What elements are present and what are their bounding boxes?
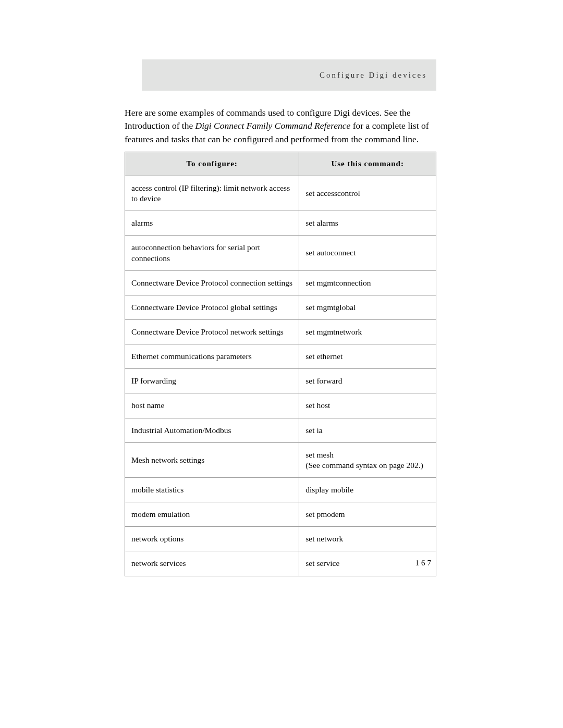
- command-table: To configure: Use this command: access c…: [125, 152, 436, 576]
- table-cell-left: alarms: [125, 211, 299, 236]
- table-cell-left: modem emulation: [125, 502, 299, 527]
- table-row: network optionsset network: [125, 527, 436, 551]
- table-cell-right: set network: [299, 527, 436, 551]
- table-cell-left: Mesh network settings: [125, 442, 299, 477]
- table-cell-right: set pmodem: [299, 502, 436, 527]
- table-cell-left: autoconnection behaviors for serial port…: [125, 236, 299, 270]
- table-cell-left: host name: [125, 393, 299, 418]
- table-cell-right: set alarms: [299, 211, 436, 236]
- table-cell-left: Connectware Device Protocol global setti…: [125, 295, 299, 319]
- table-cell-right: set mesh(See command syntax on page 202.…: [299, 442, 436, 477]
- table-cell-left: access control (IP filtering): limit net…: [125, 176, 299, 211]
- table-cell-right: set autoconnect: [299, 236, 436, 270]
- table-cell-left: mobile statistics: [125, 477, 299, 502]
- table-row: mobile statisticsdisplay mobile: [125, 477, 436, 502]
- table-row: Connectware Device Protocol global setti…: [125, 295, 436, 319]
- table-cell-right: set mgmtconnection: [299, 270, 436, 295]
- table-cell-right: set mgmtnetwork: [299, 319, 436, 344]
- table-cell-right: display mobile: [299, 477, 436, 502]
- section-header-band: Configure Digi devices: [142, 59, 436, 91]
- table-row: Mesh network settingsset mesh(See comman…: [125, 442, 436, 477]
- table-header-right: Use this command:: [299, 152, 436, 176]
- table-cell-right: set host: [299, 393, 436, 418]
- table-cell-left: Ethernet communications parameters: [125, 344, 299, 369]
- page-number: 167: [415, 559, 434, 567]
- table-cell-left: network services: [125, 551, 299, 576]
- table-row: modem emulationset pmodem: [125, 502, 436, 527]
- table-cell-left: Industrial Automation/Modbus: [125, 418, 299, 442]
- table-cell-right: set mgmtglobal: [299, 295, 436, 319]
- table-cell-right: set forward: [299, 369, 436, 393]
- table-row: alarmsset alarms: [125, 211, 436, 236]
- intro-text-italic: Digi Connect Family Command Reference: [195, 120, 351, 131]
- table-cell-left: Connectware Device Protocol connection s…: [125, 270, 299, 295]
- table-cell-right: set accesscontrol: [299, 176, 436, 211]
- intro-paragraph: Here are some examples of commands used …: [125, 106, 436, 146]
- table-row: Ethernet communications parametersset et…: [125, 344, 436, 369]
- table-cell-left: IP forwarding: [125, 369, 299, 393]
- table-row: Industrial Automation/Modbusset ia: [125, 418, 436, 442]
- page: Configure Digi devices Here are some exa…: [0, 0, 563, 728]
- table-cell-left: network options: [125, 527, 299, 551]
- table-header-row: To configure: Use this command:: [125, 152, 436, 176]
- table-row: access control (IP filtering): limit net…: [125, 176, 436, 211]
- table-cell-left: Connectware Device Protocol network sett…: [125, 319, 299, 344]
- table-cell-right: set ia: [299, 418, 436, 442]
- table-header-left: To configure:: [125, 152, 299, 176]
- section-header-title: Configure Digi devices: [320, 71, 427, 80]
- table-row: network servicesset service: [125, 551, 436, 576]
- table-row: autoconnection behaviors for serial port…: [125, 236, 436, 270]
- table-row: host nameset host: [125, 393, 436, 418]
- table-row: Connectware Device Protocol network sett…: [125, 319, 436, 344]
- table-cell-right: set ethernet: [299, 344, 436, 369]
- table-row: Connectware Device Protocol connection s…: [125, 270, 436, 295]
- table-row: IP forwardingset forward: [125, 369, 436, 393]
